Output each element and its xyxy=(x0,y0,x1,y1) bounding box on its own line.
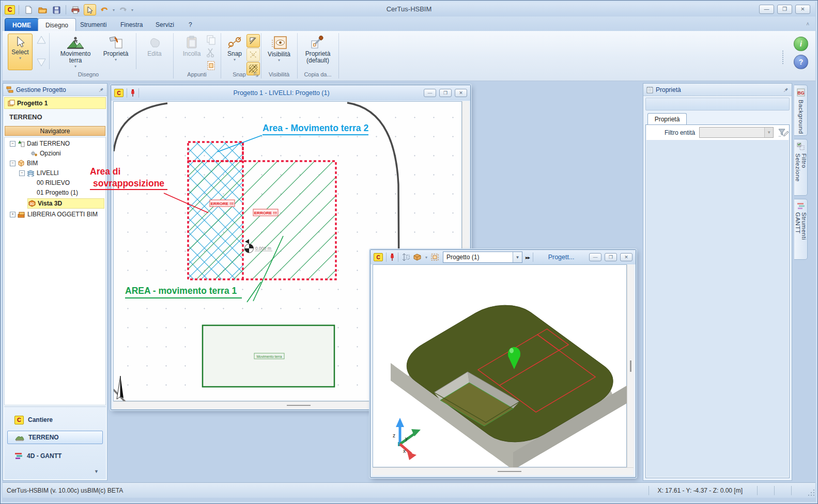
select-region-icon[interactable] xyxy=(430,253,440,261)
collapse-box[interactable]: − xyxy=(19,170,25,176)
tree-item-bim[interactable]: − BIM xyxy=(10,159,38,168)
resize-grip[interactable] xyxy=(807,490,814,497)
tab-strumenti[interactable]: Strumenti xyxy=(73,18,114,31)
cantiere-icon: C xyxy=(14,416,24,424)
svg-text:ERRORE !!!: ERRORE !!! xyxy=(254,211,277,215)
tree-item-opzioni[interactable]: Opzioni xyxy=(30,149,61,158)
view3d-minimize-button[interactable]: — xyxy=(589,253,601,261)
close-button[interactable]: ✕ xyxy=(795,5,810,14)
select-button[interactable]: Select ▾ xyxy=(8,34,33,70)
info-button[interactable]: i xyxy=(794,37,808,51)
scroll-handle[interactable] xyxy=(498,471,521,472)
red-pin-icon[interactable] xyxy=(390,253,395,261)
gantt-icon xyxy=(14,452,23,460)
restore-button[interactable]: ❐ xyxy=(777,5,792,14)
tab-finestra[interactable]: Finestra xyxy=(113,18,150,31)
divider xyxy=(49,33,50,69)
mode-terreno[interactable]: TERRENO xyxy=(7,431,103,444)
collapse-box[interactable]: − xyxy=(10,161,16,166)
project-root-item[interactable]: Progetto 1 xyxy=(4,97,106,109)
drawing-window-titlebar[interactable]: C Progetto 1 - LIVELLI: Progetto (1) — ❐… xyxy=(111,85,470,101)
group-label-appunti: Appunti xyxy=(174,71,220,79)
view3d-vertical-scrollbar[interactable] xyxy=(627,264,634,467)
view3d-restore-button[interactable]: ❐ xyxy=(605,253,617,261)
notepad-icon xyxy=(646,86,653,93)
side-tab-filtro-selezione[interactable]: Filtro Selezione xyxy=(794,139,808,196)
view3d-level-combo[interactable]: Progetto (1) ▼ xyxy=(443,251,522,263)
side-tab-strumenti-gantt[interactable]: Strumenti GANTT xyxy=(794,199,808,260)
tab-home[interactable]: HOME xyxy=(5,18,39,32)
visibilita-button[interactable]: Visibilità ▾ xyxy=(264,34,294,70)
red-pin-icon[interactable] xyxy=(130,89,135,97)
entity-filter-combo[interactable]: ▼ xyxy=(699,127,774,138)
side-tab-background[interactable]: BG Background xyxy=(794,85,808,136)
cut-icon[interactable] xyxy=(206,48,217,58)
background-icon: BG xyxy=(797,88,805,97)
svg-text:x: x xyxy=(403,448,406,454)
scroll-handle[interactable] xyxy=(630,360,631,372)
collapse-box[interactable]: − xyxy=(10,141,16,147)
mode-cantiere[interactable]: C Cantiere xyxy=(7,413,103,427)
properties-content xyxy=(646,140,789,477)
edita-button[interactable]: Edita xyxy=(140,34,169,70)
expand-box[interactable]: + xyxy=(10,212,16,217)
pin-icon[interactable]: 📌︎ xyxy=(783,87,789,93)
proprieta-default-button[interactable]: D Proprietà (default) xyxy=(300,34,335,70)
snap-button[interactable]: Snap ▾ xyxy=(224,34,245,70)
more-views-chevrons[interactable]: ▸▸ xyxy=(526,255,530,260)
tree-item-dati-terreno[interactable]: − Dati TERRENO xyxy=(10,139,70,148)
group-divider xyxy=(297,33,298,78)
combo-dropdown-button[interactable]: ▼ xyxy=(764,128,773,137)
fit-height-icon[interactable] xyxy=(402,253,410,261)
tree-item-00-rilievo[interactable]: 00 RILIEVO xyxy=(37,178,70,187)
solid-box-icon[interactable] xyxy=(413,253,422,261)
snap-nodes-icon xyxy=(227,36,242,49)
combo-dropdown-button[interactable]: ▼ xyxy=(513,252,522,262)
view3d-canvas[interactable]: z y x xyxy=(373,264,627,467)
view3d-titlebar[interactable]: C ▾ Progetto (1) ▼ ▸▸ Progett... — ❐ ✕ xyxy=(371,250,636,264)
drawing-window-title: Progetto 1 - LIVELLI: Progetto (1) xyxy=(142,89,421,97)
snap-intersection-toggle[interactable] xyxy=(246,48,260,61)
movimento-terra-area[interactable]: Movimento terra xyxy=(203,325,334,387)
drawing-close-button[interactable]: ✕ xyxy=(455,89,467,97)
entity-filter-row: Filtro entità ▼ xyxy=(646,125,789,140)
navigator-bar[interactable]: Navigatore xyxy=(5,126,105,136)
drawing-restore-button[interactable]: ❐ xyxy=(439,89,452,97)
properties-body: Filtro entità ▼ xyxy=(645,124,790,478)
filter-edit-icon[interactable] xyxy=(778,128,789,138)
tree-item-livelli[interactable]: − LIVELLI xyxy=(19,168,59,178)
minimize-button[interactable]: — xyxy=(759,5,774,14)
scroll-handle[interactable] xyxy=(287,405,311,406)
view3d-horizontal-scrollbar[interactable] xyxy=(373,467,634,475)
view3d-close-button[interactable]: ✕ xyxy=(620,253,632,261)
tab-help[interactable]: ? xyxy=(181,18,199,31)
tab-disegno[interactable]: Disegno xyxy=(38,18,76,32)
tree-item-vista-3d[interactable]: 3D Vista 3D xyxy=(27,198,104,209)
layers-icon xyxy=(27,170,35,177)
question-icon: ? xyxy=(799,58,804,66)
help-button[interactable]: ? xyxy=(794,55,808,69)
annotation-overlap: Area di sovrapposizione xyxy=(90,166,167,190)
snap-endpoint-toggle[interactable] xyxy=(246,34,260,48)
drawing-minimize-button[interactable]: — xyxy=(424,89,436,97)
copy-icon[interactable] xyxy=(206,35,217,45)
nudge-arrows[interactable] xyxy=(36,35,47,68)
tree-item-libreria[interactable]: + LIBRERIA OGGETTI BIM xyxy=(10,210,98,219)
movimento-terra-button[interactable]: Movimento terra ▾ xyxy=(53,34,98,70)
paste-icon xyxy=(186,36,197,49)
paste-special-icon[interactable] xyxy=(206,60,217,71)
collapse-ribbon-caret[interactable]: ˄ xyxy=(806,21,809,27)
properties-tab[interactable]: Proprietà xyxy=(647,113,687,125)
proprieta-button[interactable]: Proprietà ▾ xyxy=(100,34,132,70)
snap-dialog-launcher-icon[interactable] xyxy=(254,72,259,77)
section-title: TERRENO xyxy=(9,113,42,121)
tree-item-01-progetto[interactable]: 01 Progetto (1) xyxy=(37,188,78,197)
box-dropdown-caret[interactable]: ▾ xyxy=(425,255,427,260)
pin-icon[interactable]: 📌︎ xyxy=(98,87,104,93)
tab-servizi[interactable]: Servizi xyxy=(148,18,181,31)
mode-4d-gantt[interactable]: 4D - GANTT xyxy=(7,449,103,463)
mode-overflow-caret[interactable]: ▼ xyxy=(94,469,99,474)
status-version-text: CerTus-HSBIM (v. 10.00c) usBIM(c) BETA xyxy=(7,487,123,494)
incolla-button[interactable]: Incolla xyxy=(178,34,205,70)
dashed-x-icon xyxy=(249,51,257,59)
